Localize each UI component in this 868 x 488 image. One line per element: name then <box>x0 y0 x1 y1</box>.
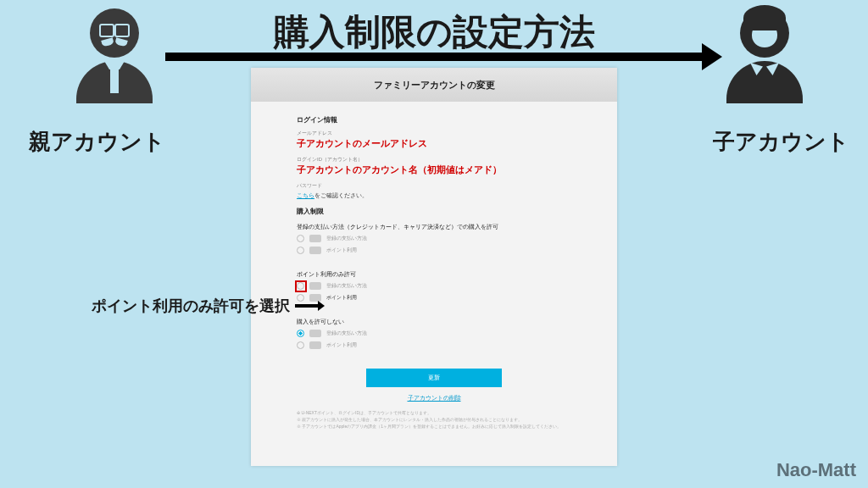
arrow-right-small-icon <box>295 304 319 308</box>
glasses-icon <box>99 24 130 34</box>
arrow-right-icon <box>165 53 704 61</box>
purchase-option-2[interactable]: ポイント利用のみ許可 登録の支払い方法 ポイント利用 <box>297 269 571 309</box>
radio-icon[interactable] <box>297 341 304 349</box>
child-account-label: 子アカウント <box>713 127 849 157</box>
collar-icon <box>750 63 779 78</box>
delete-account-link[interactable]: 子アカウントの削除 <box>297 394 571 402</box>
option2-row1-text: 登録の支払い方法 <box>326 282 367 290</box>
points-icon <box>309 341 321 349</box>
purchase-section-title: 購入制限 <box>297 207 571 216</box>
option1-row2-text: ポイント利用 <box>326 247 357 254</box>
annotation-points-only: ポイント利用のみ許可を選択 <box>92 296 319 316</box>
points-icon <box>309 247 321 254</box>
radio-icon[interactable] <box>297 247 304 254</box>
card-icon <box>309 235 321 242</box>
card-icon <box>309 330 321 337</box>
radio-icon[interactable] <box>297 235 304 242</box>
tie-icon <box>110 66 119 93</box>
option3-label: 購入を許可しない <box>297 318 571 326</box>
parent-account-label: 親アカウント <box>29 127 165 157</box>
note-3: ※ 子アカウントではAppleのアプリ内課金（1ヶ月間プラン）を登録することはで… <box>297 423 571 430</box>
option3-row1-text: 登録の支払い方法 <box>326 330 367 337</box>
child-person-icon <box>714 8 815 119</box>
loginid-label: ログインID（アカウント名） <box>297 156 571 164</box>
radio-checked-icon[interactable] <box>297 330 304 337</box>
footer-notes: ※ U-NEXTポイント、ログインIDは、子アカウントで共有となります。 ※ 親… <box>297 409 571 430</box>
email-field[interactable]: 子アカウントのメールアドレス <box>297 139 571 149</box>
loginid-field[interactable]: 子アカウントのアカウント名（初期値はメアド） <box>297 165 571 175</box>
option1-row1-text: 登録の支払い方法 <box>326 235 367 242</box>
password-label: パスワード <box>297 182 571 190</box>
option2-label: ポイント利用のみ許可 <box>297 270 571 279</box>
mustache-icon <box>102 39 127 47</box>
update-button[interactable]: 更新 <box>366 369 502 387</box>
note-1: ※ U-NEXTポイント、ログインIDは、子アカウントで共有となります。 <box>297 409 571 416</box>
highlight-box-icon <box>295 280 307 292</box>
loginid-overlay-annotation: 子アカウントのアカウント名（初期値はメアド） <box>297 164 502 176</box>
watermark: Nao-Matt <box>776 459 856 481</box>
email-overlay-annotation: 子アカウントのメールアドレス <box>297 137 427 150</box>
email-label: メールアドレス <box>297 130 571 137</box>
card-icon <box>309 282 321 290</box>
purchase-option-3[interactable]: 購入を許可しない 登録の支払い方法 ポイント利用 <box>297 316 571 357</box>
parent-person-icon <box>64 8 165 119</box>
settings-screenshot: ファミリーアカウントの変更 ログイン情報 メールアドレス 子アカウントのメールア… <box>251 68 617 466</box>
option1-label: 登録の支払い方法（クレジットカード、キャリア決済など）での購入を許可 <box>297 223 571 231</box>
password-suffix: をご確認ください。 <box>314 192 368 198</box>
login-section-title: ログイン情報 <box>297 115 571 125</box>
screenshot-header: ファミリーアカウントの変更 <box>251 68 617 102</box>
password-link[interactable]: こちら <box>297 192 314 198</box>
note-2: ※ 親アカウントに購入が発生した場合、本アカウントにレンタル・購入した作品の視聴… <box>297 416 571 423</box>
purchase-option-1[interactable]: 登録の支払い方法（クレジットカード、キャリア決済など）での購入を許可 登録の支払… <box>297 221 571 262</box>
page-title: 購入制限の設定方法 <box>274 8 595 56</box>
option3-row2-text: ポイント利用 <box>326 341 357 349</box>
annotation-text: ポイント利用のみ許可を選択 <box>92 296 290 316</box>
option2-row2-text: ポイント利用 <box>326 294 357 302</box>
